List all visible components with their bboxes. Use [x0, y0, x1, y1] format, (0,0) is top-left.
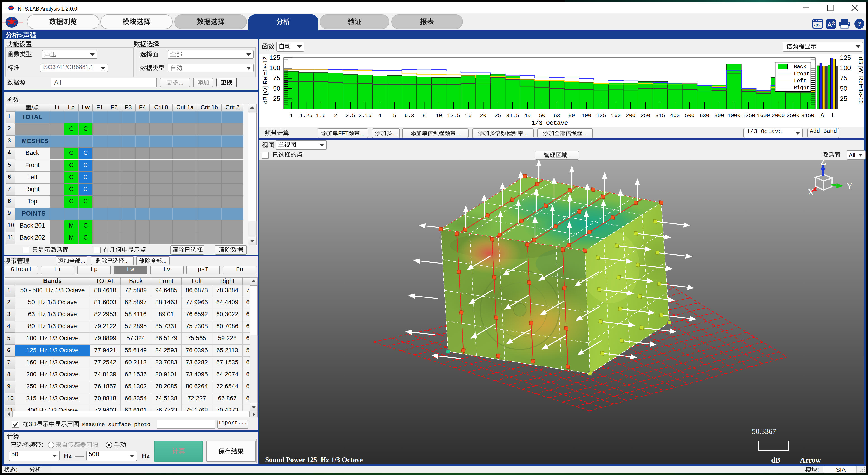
svg-text:X: X — [807, 187, 814, 198]
svg-text:dB [W] Ref=1e-12: dB [W] Ref=1e-12 — [262, 57, 269, 103]
svg-text:100: 100 — [270, 64, 280, 71]
svg-text:16: 16 — [465, 113, 472, 119]
svg-text:125: 125 — [270, 54, 280, 61]
svg-text:Z: Z — [820, 160, 826, 167]
svg-text:10: 10 — [436, 113, 442, 119]
svg-text:25: 25 — [273, 95, 280, 102]
svg-text:...: ... — [456, 130, 460, 137]
svg-text:630: 630 — [700, 113, 709, 119]
svg-text:500: 500 — [685, 113, 694, 119]
svg-text:5: 5 — [393, 113, 396, 119]
svg-text:400: 400 — [670, 113, 680, 119]
svg-text:200: 200 — [626, 113, 636, 119]
svg-text:100: 100 — [582, 113, 591, 119]
svg-text:250: 250 — [641, 113, 650, 119]
svg-text:125: 125 — [840, 54, 851, 61]
svg-text:315: 315 — [655, 113, 665, 119]
svg-text:3150: 3150 — [801, 113, 814, 119]
svg-text:63: 63 — [554, 113, 560, 119]
svg-text:50: 50 — [273, 85, 280, 92]
svg-text:1.6: 1.6 — [316, 113, 326, 119]
svg-text:2000: 2000 — [772, 113, 785, 119]
svg-text:Left: Left — [794, 78, 806, 84]
svg-text:2.5: 2.5 — [345, 113, 355, 119]
svg-text:1.25: 1.25 — [300, 113, 313, 119]
svg-text:...: ... — [523, 130, 528, 137]
svg-text:20: 20 — [480, 113, 487, 119]
svg-text:80: 80 — [568, 113, 575, 119]
svg-text:2500: 2500 — [786, 113, 800, 119]
svg-text:125: 125 — [596, 113, 606, 119]
svg-text:1/3 Octave: 1/3 Octave — [531, 120, 568, 127]
svg-text:Arrow: Arrow — [800, 456, 821, 464]
svg-text:4: 4 — [378, 113, 381, 119]
svg-text:...: ... — [162, 258, 166, 264]
svg-text::: : — [16, 467, 18, 473]
svg-text:...: ... — [583, 130, 587, 137]
svg-text:50.3367: 50.3367 — [752, 427, 776, 436]
svg-text:3.15: 3.15 — [359, 113, 372, 119]
svg-text:dB: dB — [771, 456, 780, 464]
svg-text:1: 1 — [289, 113, 293, 119]
svg-text:..: .. — [567, 152, 570, 158]
svg-text:...: ... — [124, 258, 129, 264]
svg-text:FFT: FFT — [338, 130, 348, 137]
svg-text:50: 50 — [539, 113, 546, 119]
svg-text:...: ... — [360, 130, 365, 137]
svg-text:Front: Front — [794, 71, 809, 77]
svg-text:L: L — [831, 112, 835, 119]
svg-text:Back: Back — [794, 64, 806, 70]
svg-text:75: 75 — [273, 75, 280, 82]
svg-text:1600: 1600 — [757, 113, 770, 119]
svg-text:3D: 3D — [29, 421, 37, 427]
svg-text:A: A — [820, 112, 825, 119]
svg-text:160: 160 — [611, 113, 621, 119]
svg-text:Y: Y — [846, 181, 853, 191]
svg-text:6.3: 6.3 — [404, 113, 414, 119]
svg-text:40: 40 — [524, 113, 531, 119]
svg-text:25: 25 — [840, 95, 847, 102]
svg-text:1250: 1250 — [742, 113, 755, 119]
svg-text:...: ... — [81, 258, 85, 264]
svg-text:12.5: 12.5 — [447, 113, 460, 119]
svg-text:8: 8 — [423, 113, 426, 119]
svg-text:100: 100 — [840, 64, 851, 71]
svg-text:25: 25 — [495, 113, 501, 119]
svg-text:800: 800 — [714, 113, 724, 119]
svg-text:1000: 1000 — [727, 113, 741, 119]
svg-text:2: 2 — [334, 113, 337, 119]
svg-text::: : — [817, 467, 819, 473]
svg-text:75: 75 — [840, 75, 847, 82]
svg-text:Right: Right — [794, 85, 809, 91]
svg-text:...: ... — [392, 130, 397, 137]
svg-text:Sound Power 125 Hz 1/3 Octave: Sound Power 125 Hz 1/3 Octave — [265, 456, 363, 464]
svg-text:31.5: 31.5 — [506, 113, 519, 119]
svg-text:50: 50 — [840, 85, 847, 92]
svg-text:dB [W] Ref=1e-12: dB [W] Ref=1e-12 — [858, 57, 864, 103]
